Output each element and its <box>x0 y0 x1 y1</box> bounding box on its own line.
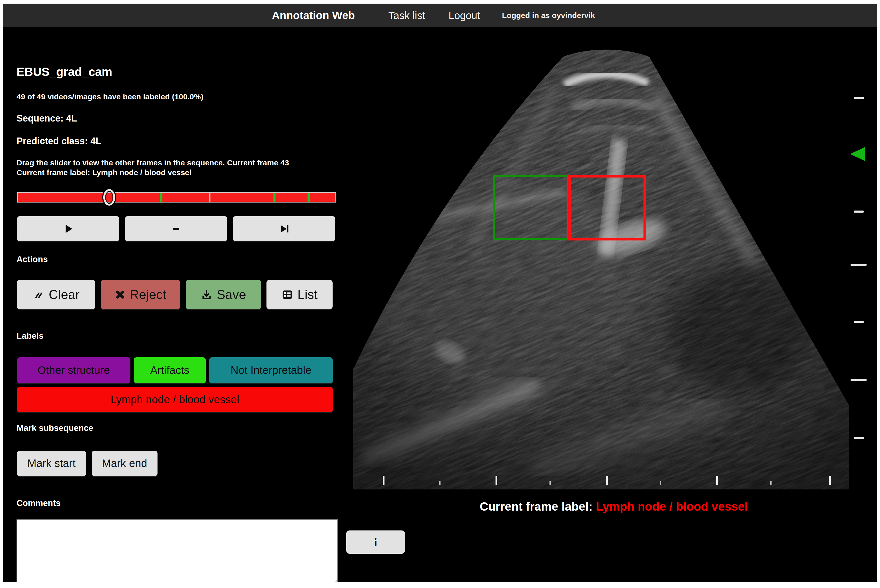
ruler-tick <box>851 379 866 381</box>
mark-end-button[interactable]: Mark end <box>92 451 158 476</box>
label-not-interpretable-button[interactable]: Not Interpretable <box>209 357 333 383</box>
current-frame-caption: Current frame label: Lymph node / blood … <box>420 500 808 513</box>
save-button[interactable]: Save <box>186 280 261 309</box>
nav-link-logout[interactable]: Logout <box>448 10 480 21</box>
skip-to-end-button[interactable] <box>233 216 335 241</box>
label-artifacts-button[interactable]: Artifacts <box>134 357 206 383</box>
actions-row: Clear Reject Save List <box>17 280 332 309</box>
navbar-brand[interactable]: Annotation Web <box>272 9 355 22</box>
labels-row: Other structure Artifacts Not Interpreta… <box>17 357 333 383</box>
eraser-icon <box>33 289 45 301</box>
mark-subsequence-heading: Mark subsequence <box>17 423 93 433</box>
comments-heading: Comments <box>17 498 61 508</box>
player-controls <box>17 216 335 241</box>
logged-in-status: Logged in as oyvindervik <box>502 11 595 20</box>
navbar: Annotation Web Task list Logout Logged i… <box>3 4 877 27</box>
ultrasound-image <box>353 31 849 489</box>
labeled-frame-mark <box>274 193 275 202</box>
stop-icon <box>170 223 182 235</box>
slider-help-line2: Current frame label: Lymph node / blood … <box>17 168 191 177</box>
list-button[interactable]: List <box>266 280 332 309</box>
list-icon <box>281 289 293 301</box>
labels-row-2: Lymph node / blood vessel <box>17 387 333 412</box>
label-lymph-node-button[interactable]: Lymph node / blood vessel <box>17 387 333 412</box>
slider-help-line1: Drag the slider to view the other frames… <box>17 158 289 167</box>
frame-slider-thumb[interactable] <box>103 189 115 206</box>
slider-divider <box>209 193 211 202</box>
mark-start-button[interactable]: Mark start <box>17 451 86 476</box>
caption-value: Lymph node / blood vessel <box>596 500 748 513</box>
ruler-tick <box>854 210 864 213</box>
play-icon <box>62 223 74 235</box>
ruler-tick <box>854 97 864 99</box>
label-other-structure-button[interactable]: Other structure <box>17 357 130 383</box>
reject-button-label: Reject <box>129 287 166 302</box>
download-icon <box>201 289 212 301</box>
list-button-label: List <box>298 287 317 302</box>
page: Annotation Web Task list Logout Logged i… <box>0 0 880 588</box>
sequence-label: Sequence: 4L <box>17 113 77 124</box>
stop-button[interactable] <box>125 216 227 241</box>
info-button[interactable]: i <box>346 531 405 554</box>
x-icon <box>115 289 125 300</box>
clear-button-label: Clear <box>49 287 80 302</box>
predicted-class-label: Predicted class: 4L <box>17 136 101 147</box>
labels-heading: Labels <box>17 331 44 341</box>
reject-button[interactable]: Reject <box>101 280 180 309</box>
mark-row: Mark start Mark end <box>17 451 158 476</box>
labeled-frame-mark <box>160 193 162 202</box>
progress-text: 49 of 49 videos/images have been labeled… <box>17 92 203 101</box>
ruler-tick <box>854 321 864 323</box>
frame-slider-track[interactable] <box>17 192 336 202</box>
actions-heading: Actions <box>17 254 48 264</box>
ruler-tick <box>851 264 866 266</box>
frame-slider[interactable] <box>17 189 336 207</box>
ultrasound-canvas[interactable] <box>353 31 849 489</box>
comments-input[interactable] <box>17 519 338 582</box>
task-title: EBUS_grad_cam <box>17 65 112 79</box>
nav-link-task-list[interactable]: Task list <box>388 10 425 21</box>
focus-marker-icon <box>850 147 865 161</box>
ruler-tick <box>854 437 864 439</box>
skip-to-end-icon <box>278 223 290 235</box>
labeled-frame-mark <box>308 193 310 202</box>
clear-button[interactable]: Clear <box>17 280 95 309</box>
save-button-label: Save <box>217 287 246 302</box>
caption-prefix: Current frame label: <box>480 500 596 513</box>
annotation-app: Annotation Web Task list Logout Logged i… <box>3 4 877 582</box>
play-button[interactable] <box>17 216 119 241</box>
